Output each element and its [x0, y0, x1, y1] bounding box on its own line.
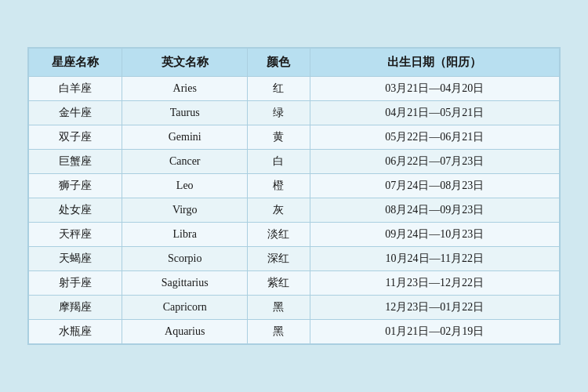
cell-chinese: 射手座	[29, 271, 122, 296]
cell-date: 12月23日—01月22日	[310, 296, 559, 320]
cell-chinese: 狮子座	[29, 174, 122, 198]
header-english: 英文名称	[122, 49, 248, 77]
cell-color: 淡红	[247, 223, 310, 247]
header-chinese: 星座名称	[29, 49, 122, 77]
cell-chinese: 处女座	[29, 198, 122, 223]
cell-chinese: 巨蟹座	[29, 150, 122, 174]
cell-color: 橙	[247, 174, 310, 198]
table-row: 天秤座Libra淡红09月24日—10月23日	[29, 223, 560, 247]
table-row: 水瓶座Aquarius黑01月21日—02月19日	[29, 320, 560, 344]
table-row: 处女座Virgo灰08月24日—09月23日	[29, 198, 560, 223]
cell-color: 红	[247, 77, 310, 101]
cell-english: Gemini	[122, 125, 248, 150]
table-row: 摩羯座Capricorn黑12月23日—01月22日	[29, 296, 560, 320]
table-body: 白羊座Aries红03月21日—04月20日金牛座Taurus绿04月21日—0…	[29, 77, 560, 344]
table-row: 双子座Gemini黄05月22日—06月21日	[29, 125, 560, 150]
cell-english: Capricorn	[122, 296, 248, 320]
header-date: 出生日期（阳历）	[310, 49, 559, 77]
cell-color: 深红	[247, 247, 310, 271]
cell-chinese: 摩羯座	[29, 296, 122, 320]
cell-chinese: 水瓶座	[29, 320, 122, 344]
cell-date: 09月24日—10月23日	[310, 223, 559, 247]
cell-english: Leo	[122, 174, 248, 198]
table-row: 金牛座Taurus绿04月21日—05月21日	[29, 101, 560, 125]
cell-date: 03月21日—04月20日	[310, 77, 559, 101]
cell-chinese: 双子座	[29, 125, 122, 150]
cell-chinese: 金牛座	[29, 101, 122, 125]
table-header-row: 星座名称 英文名称 颜色 出生日期（阳历）	[29, 49, 560, 77]
cell-english: Cancer	[122, 150, 248, 174]
cell-color: 黄	[247, 125, 310, 150]
cell-date: 11月23日—12月22日	[310, 271, 559, 296]
table-row: 狮子座Leo橙07月24日—08月23日	[29, 174, 560, 198]
table-row: 巨蟹座Cancer白06月22日—07月23日	[29, 150, 560, 174]
cell-color: 灰	[247, 198, 310, 223]
table-row: 天蝎座Scorpio深红10月24日—11月22日	[29, 247, 560, 271]
cell-date: 04月21日—05月21日	[310, 101, 559, 125]
cell-color: 黑	[247, 296, 310, 320]
cell-english: Sagittarius	[122, 271, 248, 296]
cell-chinese: 天蝎座	[29, 247, 122, 271]
cell-english: Taurus	[122, 101, 248, 125]
zodiac-table-container: 星座名称 英文名称 颜色 出生日期（阳历） 白羊座Aries红03月21日—04…	[27, 47, 561, 345]
cell-date: 05月22日—06月21日	[310, 125, 559, 150]
cell-color: 白	[247, 150, 310, 174]
cell-english: Virgo	[122, 198, 248, 223]
cell-date: 01月21日—02月19日	[310, 320, 559, 344]
cell-english: Scorpio	[122, 247, 248, 271]
cell-english: Aries	[122, 77, 248, 101]
cell-chinese: 天秤座	[29, 223, 122, 247]
table-row: 白羊座Aries红03月21日—04月20日	[29, 77, 560, 101]
cell-date: 10月24日—11月22日	[310, 247, 559, 271]
header-color: 颜色	[247, 49, 310, 77]
cell-english: Aquarius	[122, 320, 248, 344]
zodiac-table: 星座名称 英文名称 颜色 出生日期（阳历） 白羊座Aries红03月21日—04…	[28, 48, 560, 344]
cell-color: 紫红	[247, 271, 310, 296]
cell-date: 07月24日—08月23日	[310, 174, 559, 198]
cell-color: 绿	[247, 101, 310, 125]
cell-chinese: 白羊座	[29, 77, 122, 101]
cell-english: Libra	[122, 223, 248, 247]
cell-color: 黑	[247, 320, 310, 344]
cell-date: 06月22日—07月23日	[310, 150, 559, 174]
cell-date: 08月24日—09月23日	[310, 198, 559, 223]
table-row: 射手座Sagittarius紫红11月23日—12月22日	[29, 271, 560, 296]
